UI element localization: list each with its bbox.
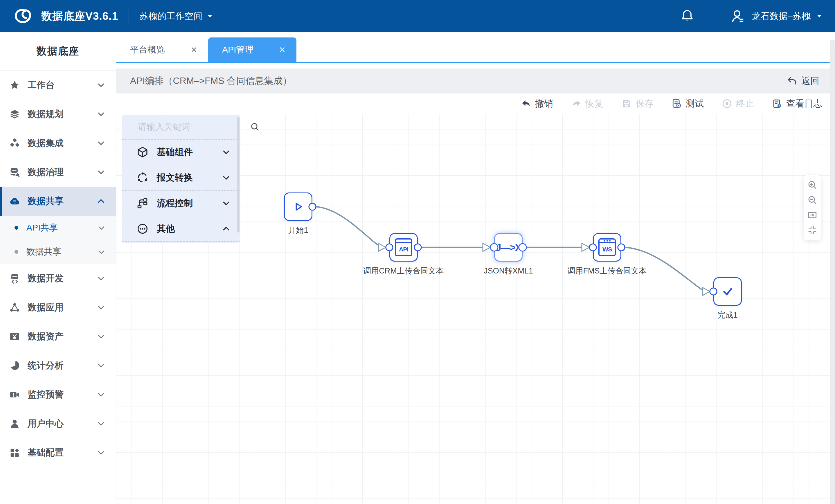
user-menu[interactable]: 龙石数据–苏槐	[730, 8, 822, 24]
palette-section-flow-control[interactable]: 流程控制	[122, 191, 240, 216]
sidebar-item-statistics[interactable]: 统计分析	[0, 351, 116, 380]
palette-section-basic-components[interactable]: 基础组件	[122, 140, 240, 165]
page-title: API编排（CRM–>FMS 合同信息集成）	[130, 75, 787, 87]
flow-node-call-fms[interactable]: WS	[593, 233, 621, 262]
caret-down-icon	[816, 14, 822, 18]
chevron-down-icon	[97, 303, 105, 312]
palette-search-input[interactable]	[138, 122, 250, 132]
node-label: 调用CRM上传合同文本	[363, 266, 444, 276]
close-icon[interactable]	[190, 46, 198, 54]
chevron-down-icon	[97, 110, 105, 118]
component-palette: 基础组件 报文转换 流程控制 其他	[122, 115, 240, 243]
back-button[interactable]: 返回	[787, 75, 819, 87]
edge-start-to-crm	[316, 207, 378, 245]
zoom-out-icon[interactable]	[807, 195, 818, 205]
palette-section-other[interactable]: 其他	[122, 216, 240, 242]
workspace-label: 苏槐的工作空间	[139, 10, 202, 22]
actual-size-icon[interactable]	[807, 210, 818, 220]
chevron-down-icon	[97, 168, 105, 177]
app-grid-icon	[9, 447, 20, 458]
chevron-down-icon	[97, 224, 105, 232]
cloud-icon	[9, 196, 20, 207]
log-clipboard-icon	[772, 98, 782, 109]
flow-node-call-crm[interactable]: API	[389, 233, 418, 262]
arrowhead-icon	[582, 243, 589, 251]
save-icon	[621, 98, 632, 109]
sidebar-submenu-data-sharing: API共享 数据共享	[0, 216, 116, 264]
transform-cycle-icon	[137, 172, 149, 184]
flow-control-icon	[137, 197, 149, 209]
undo-icon	[521, 98, 531, 109]
chevron-down-icon	[97, 361, 105, 370]
check-icon	[720, 284, 735, 299]
sidebar-title: 数据底座	[0, 32, 116, 70]
app-title: 数据底座V3.6.1	[41, 9, 118, 23]
sidebar-item-user-center[interactable]: 用户中心	[0, 409, 116, 438]
chevron-down-icon	[97, 390, 105, 399]
sidebar-item-data-integration[interactable]: 数据集成	[0, 128, 116, 158]
flow-node-finish[interactable]	[713, 277, 742, 306]
workspace-selector[interactable]: 苏槐的工作空间	[139, 10, 213, 22]
main-content: 平台概览 API管理 API编排（CRM–>FMS 合同信息集成） 返回 撤销 …	[116, 32, 835, 504]
chevron-down-icon	[97, 248, 105, 256]
canvas-zoom-controls	[803, 175, 821, 240]
sidebar-item-workbench[interactable]: 工作台	[0, 70, 116, 100]
sidebar-item-data-assets[interactable]: 数据资产	[0, 322, 116, 351]
chevron-up-icon	[222, 224, 230, 233]
cube-icon	[137, 146, 149, 158]
flow-canvas[interactable]: 基础组件 报文转换 流程控制 其他 开始1	[116, 114, 830, 504]
arrowhead-icon	[483, 243, 490, 251]
flow-node-start[interactable]	[284, 193, 312, 221]
play-icon	[291, 200, 305, 214]
sidebar-item-base-config[interactable]: 基础配置	[0, 438, 116, 467]
undo-button[interactable]: 撤销	[521, 98, 553, 110]
sidebar: 数据底座 工作台 数据规划 数据集成 数据治理 数据共享 API共享 数据共享	[0, 32, 116, 504]
notification-bell-icon[interactable]	[680, 9, 695, 24]
search-icon[interactable]	[250, 122, 260, 132]
database-wrench-icon	[9, 167, 20, 178]
sidebar-subitem-data-sharing[interactable]: 数据共享	[0, 240, 116, 264]
app-header: 数据底座V3.6.1 苏槐的工作空间 龙石数据–苏槐	[0, 0, 835, 32]
zoom-in-icon[interactable]	[807, 180, 818, 190]
chevron-down-icon	[97, 332, 105, 341]
sidebar-item-data-sharing[interactable]: 数据共享	[0, 187, 116, 216]
node-label: 完成1	[717, 310, 737, 320]
sidebar-item-data-application[interactable]: 数据应用	[0, 293, 116, 322]
close-icon[interactable]	[279, 46, 286, 54]
flow-node-json-to-xml[interactable]: J—>X	[494, 233, 523, 262]
sidebar-item-data-governance[interactable]: 数据治理	[0, 158, 116, 187]
palette-search	[122, 115, 240, 140]
sidebar-item-data-development[interactable]: 数据开发	[0, 264, 116, 293]
bullet-dot-icon	[15, 226, 18, 230]
api-window-icon: API	[395, 238, 412, 256]
sidebar-item-monitor-alerts[interactable]: 监控预警	[0, 380, 116, 409]
back-arrow-icon	[787, 76, 797, 86]
ws-window-icon: WS	[598, 238, 616, 256]
tab-platform-overview[interactable]: 平台概览	[116, 37, 208, 62]
asset-card-icon	[9, 331, 20, 342]
view-logs-button[interactable]: 查看日志	[772, 98, 822, 110]
fit-view-icon[interactable]	[807, 225, 818, 236]
tab-api-management[interactable]: API管理	[208, 37, 297, 62]
chevron-down-icon	[97, 274, 105, 283]
scrollbar-track[interactable]	[830, 39, 835, 504]
sidebar-item-data-planning[interactable]: 数据规划	[0, 100, 116, 128]
palette-scrollbar[interactable]	[237, 117, 240, 233]
sidebar-subitem-api-sharing[interactable]: API共享	[0, 216, 116, 240]
redo-icon	[571, 98, 582, 109]
user-icon	[9, 418, 20, 429]
stop-icon	[722, 98, 732, 109]
caret-down-icon	[207, 14, 213, 18]
palette-section-message-transform[interactable]: 报文转换	[122, 165, 240, 191]
test-button[interactable]: 测试	[672, 98, 704, 110]
arrowhead-icon	[378, 243, 386, 251]
terminate-button[interactable]: 终止	[722, 98, 754, 110]
layers-icon	[9, 109, 20, 120]
save-button[interactable]: 保存	[621, 98, 654, 110]
redo-button[interactable]: 恢复	[571, 98, 603, 110]
chevron-down-icon	[97, 419, 105, 428]
star-icon	[9, 80, 20, 90]
chevron-down-icon	[222, 173, 230, 182]
flow-toolbar: 撤销 恢复 保存 测试 终止 查看日志	[116, 94, 830, 114]
user-name: 龙石数据–苏槐	[752, 10, 811, 22]
